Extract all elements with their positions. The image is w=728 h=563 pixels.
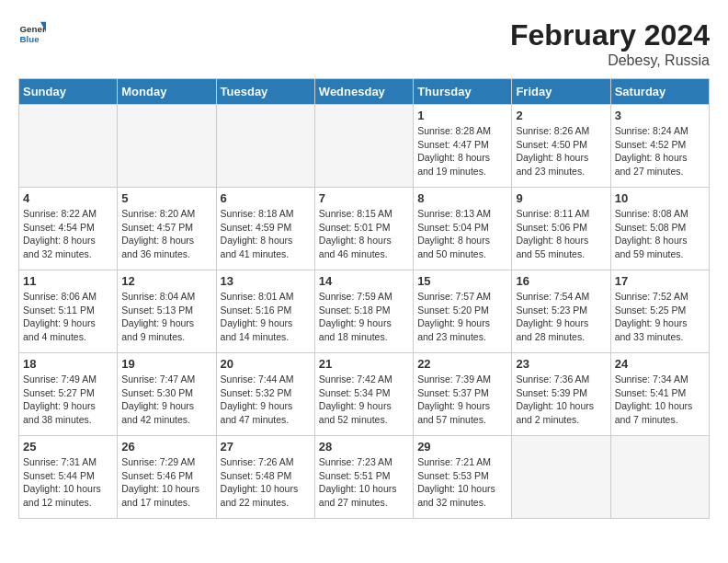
calendar-cell (216, 105, 314, 188)
day-number: 13 (221, 274, 311, 288)
day-info: Sunrise: 7:42 AM Sunset: 5:34 PM Dayligh… (319, 373, 409, 427)
title-block: February 2024 Debesy, Russia (510, 18, 710, 69)
day-info: Sunrise: 8:01 AM Sunset: 5:16 PM Dayligh… (221, 290, 311, 344)
day-info: Sunrise: 7:21 AM Sunset: 5:53 PM Dayligh… (417, 455, 507, 510)
svg-text:Blue: Blue (20, 34, 40, 44)
day-number: 20 (221, 357, 311, 371)
day-number: 17 (615, 274, 705, 288)
calendar-cell: 25Sunrise: 7:31 AM Sunset: 5:44 PM Dayli… (19, 436, 118, 519)
calendar-cell: 22Sunrise: 7:39 AM Sunset: 5:37 PM Dayli… (414, 353, 512, 436)
day-number: 27 (221, 440, 311, 454)
calendar-cell: 8Sunrise: 8:13 AM Sunset: 5:04 PM Daylig… (414, 188, 512, 270)
day-number: 4 (23, 191, 113, 205)
day-info: Sunrise: 7:29 AM Sunset: 5:46 PM Dayligh… (121, 455, 211, 510)
day-info: Sunrise: 8:06 AM Sunset: 5:11 PM Dayligh… (23, 290, 113, 344)
calendar-cell: 1Sunrise: 8:28 AM Sunset: 4:47 PM Daylig… (414, 105, 512, 188)
day-info: Sunrise: 7:34 AM Sunset: 5:41 PM Dayligh… (615, 373, 705, 427)
weekday-header-friday: Friday (512, 79, 610, 105)
day-number: 29 (417, 440, 507, 454)
day-number: 28 (319, 440, 409, 454)
day-info: Sunrise: 7:31 AM Sunset: 5:44 PM Dayligh… (23, 455, 113, 510)
day-info: Sunrise: 8:04 AM Sunset: 5:13 PM Dayligh… (121, 290, 211, 344)
day-number: 25 (23, 440, 113, 454)
day-info: Sunrise: 7:26 AM Sunset: 5:48 PM Dayligh… (221, 455, 311, 510)
day-info: Sunrise: 8:24 AM Sunset: 4:52 PM Dayligh… (615, 124, 705, 178)
day-number: 15 (417, 274, 507, 288)
calendar-cell: 9Sunrise: 8:11 AM Sunset: 5:06 PM Daylig… (512, 188, 610, 270)
day-number: 5 (121, 191, 211, 205)
day-info: Sunrise: 8:18 AM Sunset: 4:59 PM Dayligh… (221, 207, 311, 261)
svg-text:General: General (20, 24, 47, 34)
calendar-cell: 7Sunrise: 8:15 AM Sunset: 5:01 PM Daylig… (314, 188, 413, 270)
week-row-4: 18Sunrise: 7:49 AM Sunset: 5:27 PM Dayli… (19, 353, 710, 436)
calendar-cell: 12Sunrise: 8:04 AM Sunset: 5:13 PM Dayli… (118, 270, 216, 353)
weekday-header-row: SundayMondayTuesdayWednesdayThursdayFrid… (19, 79, 710, 105)
calendar-cell: 4Sunrise: 8:22 AM Sunset: 4:54 PM Daylig… (19, 188, 118, 270)
weekday-header-wednesday: Wednesday (314, 79, 413, 105)
day-number: 12 (121, 274, 211, 288)
calendar-cell: 18Sunrise: 7:49 AM Sunset: 5:27 PM Dayli… (19, 353, 118, 436)
calendar-cell: 20Sunrise: 7:44 AM Sunset: 5:32 PM Dayli… (216, 353, 314, 436)
calendar-cell: 28Sunrise: 7:23 AM Sunset: 5:51 PM Dayli… (314, 436, 413, 519)
calendar-cell: 24Sunrise: 7:34 AM Sunset: 5:41 PM Dayli… (610, 353, 709, 436)
calendar-cell: 23Sunrise: 7:36 AM Sunset: 5:39 PM Dayli… (512, 353, 610, 436)
day-number: 7 (319, 191, 409, 205)
week-row-2: 4Sunrise: 8:22 AM Sunset: 4:54 PM Daylig… (19, 188, 710, 270)
calendar-cell: 10Sunrise: 8:08 AM Sunset: 5:08 PM Dayli… (610, 188, 709, 270)
day-number: 22 (417, 357, 507, 371)
calendar-cell: 11Sunrise: 8:06 AM Sunset: 5:11 PM Dayli… (19, 270, 118, 353)
day-number: 26 (121, 440, 211, 454)
day-info: Sunrise: 7:23 AM Sunset: 5:51 PM Dayligh… (319, 455, 409, 510)
day-info: Sunrise: 8:28 AM Sunset: 4:47 PM Dayligh… (417, 124, 507, 178)
day-info: Sunrise: 8:20 AM Sunset: 4:57 PM Dayligh… (121, 207, 211, 261)
day-number: 6 (221, 191, 311, 205)
day-info: Sunrise: 8:15 AM Sunset: 5:01 PM Dayligh… (319, 207, 409, 261)
day-number: 8 (417, 191, 507, 205)
location: Debesy, Russia (510, 52, 710, 69)
weekday-header-saturday: Saturday (610, 79, 709, 105)
day-number: 19 (121, 357, 211, 371)
calendar-cell: 2Sunrise: 8:26 AM Sunset: 4:50 PM Daylig… (512, 105, 610, 188)
calendar-cell (610, 436, 709, 519)
day-number: 1 (417, 109, 507, 122)
calendar-cell: 3Sunrise: 8:24 AM Sunset: 4:52 PM Daylig… (610, 105, 709, 188)
calendar-cell: 14Sunrise: 7:59 AM Sunset: 5:18 PM Dayli… (314, 270, 413, 353)
day-info: Sunrise: 8:11 AM Sunset: 5:06 PM Dayligh… (516, 207, 606, 261)
day-info: Sunrise: 7:44 AM Sunset: 5:32 PM Dayligh… (221, 373, 311, 427)
day-info: Sunrise: 7:39 AM Sunset: 5:37 PM Dayligh… (417, 373, 507, 427)
calendar-cell: 21Sunrise: 7:42 AM Sunset: 5:34 PM Dayli… (314, 353, 413, 436)
calendar-cell: 6Sunrise: 8:18 AM Sunset: 4:59 PM Daylig… (216, 188, 314, 270)
calendar-cell (512, 436, 610, 519)
day-info: Sunrise: 7:49 AM Sunset: 5:27 PM Dayligh… (23, 373, 113, 427)
logo: General Blue (18, 18, 46, 46)
weekday-header-thursday: Thursday (414, 79, 512, 105)
day-number: 10 (615, 191, 705, 205)
week-row-1: 1Sunrise: 8:28 AM Sunset: 4:47 PM Daylig… (19, 105, 710, 188)
calendar-cell (314, 105, 413, 188)
day-info: Sunrise: 7:47 AM Sunset: 5:30 PM Dayligh… (121, 373, 211, 427)
weekday-header-monday: Monday (118, 79, 216, 105)
day-info: Sunrise: 8:22 AM Sunset: 4:54 PM Dayligh… (23, 207, 113, 261)
calendar-cell: 27Sunrise: 7:26 AM Sunset: 5:48 PM Dayli… (216, 436, 314, 519)
day-number: 16 (516, 274, 606, 288)
day-number: 23 (516, 357, 606, 371)
month-title: February 2024 (510, 18, 710, 52)
day-number: 9 (516, 191, 606, 205)
day-number: 11 (23, 274, 113, 288)
week-row-5: 25Sunrise: 7:31 AM Sunset: 5:44 PM Dayli… (19, 436, 710, 519)
day-info: Sunrise: 7:54 AM Sunset: 5:23 PM Dayligh… (516, 290, 606, 344)
day-number: 24 (615, 357, 705, 371)
week-row-3: 11Sunrise: 8:06 AM Sunset: 5:11 PM Dayli… (19, 270, 710, 353)
day-number: 2 (516, 109, 606, 122)
calendar-cell: 5Sunrise: 8:20 AM Sunset: 4:57 PM Daylig… (118, 188, 216, 270)
day-info: Sunrise: 7:59 AM Sunset: 5:18 PM Dayligh… (319, 290, 409, 344)
calendar-cell: 26Sunrise: 7:29 AM Sunset: 5:46 PM Dayli… (118, 436, 216, 519)
day-info: Sunrise: 8:08 AM Sunset: 5:08 PM Dayligh… (615, 207, 705, 261)
day-number: 14 (319, 274, 409, 288)
calendar-cell: 29Sunrise: 7:21 AM Sunset: 5:53 PM Dayli… (414, 436, 512, 519)
page-header: General Blue February 2024 Debesy, Russi… (18, 18, 710, 69)
calendar-cell: 17Sunrise: 7:52 AM Sunset: 5:25 PM Dayli… (610, 270, 709, 353)
day-number: 21 (319, 357, 409, 371)
calendar-cell (118, 105, 216, 188)
calendar-cell: 16Sunrise: 7:54 AM Sunset: 5:23 PM Dayli… (512, 270, 610, 353)
